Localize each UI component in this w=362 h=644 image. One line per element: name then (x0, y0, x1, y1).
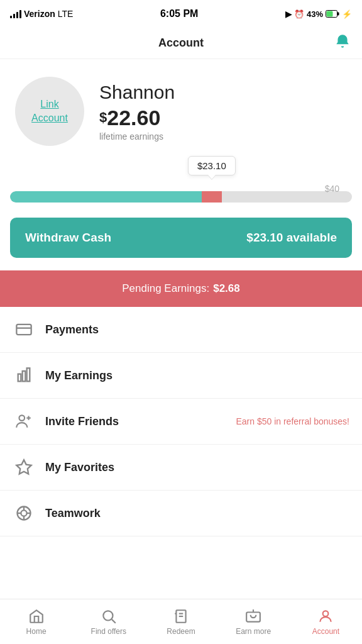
progress-bar-green (10, 191, 202, 203)
lifetime-label: lifetime earnings (99, 131, 175, 142)
status-left: Verizon LTE (10, 9, 73, 19)
nav-account-label: Account (312, 627, 339, 636)
profile-section: Link Account Shannon $22.60 lifetime ear… (0, 59, 362, 156)
progress-bar-container (10, 191, 352, 203)
home-icon (28, 608, 45, 625)
menu-item-payments[interactable]: Payments (0, 307, 362, 353)
svg-point-8 (19, 415, 25, 421)
nav-account[interactable]: Account (290, 599, 362, 644)
menu-list: Payments My Earnings Invite Friends Earn… (0, 307, 362, 536)
lifetime-amount: $22.60 (99, 106, 175, 130)
pending-earnings-bar: Pending Earnings: $2.68 (0, 270, 362, 307)
svg-marker-11 (16, 460, 31, 474)
svg-rect-3 (16, 325, 31, 335)
charging-icon: ⚡ (342, 9, 352, 19)
alarm-icon: ⏰ (294, 9, 304, 19)
nav-find-offers-label: Find offers (91, 627, 126, 636)
svg-point-18 (103, 611, 112, 620)
link-account-button[interactable]: Link Account (31, 97, 68, 126)
menu-item-my-favorites[interactable]: My Favorites (0, 445, 362, 491)
bar-chart-icon (13, 364, 35, 387)
pending-amount: $2.68 (213, 282, 240, 295)
nav-redeem[interactable]: Redeem (145, 599, 217, 644)
nav-home[interactable]: Home (0, 599, 72, 644)
status-bar: Verizon LTE 6:05 PM ▶ ⏰ 43% ⚡ (0, 0, 362, 28)
profile-name: Shannon (99, 82, 175, 103)
progress-max-label: $40 (325, 184, 339, 194)
avatar-circle[interactable]: Link Account (15, 77, 84, 146)
svg-rect-1 (337, 13, 339, 16)
network-label: LTE (58, 9, 74, 19)
carrier-label: Verizon (24, 9, 55, 19)
bell-button[interactable] (334, 33, 351, 53)
svg-line-19 (112, 619, 116, 623)
withdraw-button[interactable]: Withdraw Cash $23.10 available (10, 218, 352, 258)
location-icon: ▶ (285, 9, 292, 19)
nav-home-label: Home (26, 627, 47, 636)
card-icon (13, 318, 35, 341)
teamwork-label: Teamwork (45, 507, 349, 520)
menu-item-teamwork[interactable]: Teamwork (0, 491, 362, 536)
signal-bars (10, 10, 21, 18)
bottom-nav: Home Find offers Redeem Earn more Accou (0, 599, 362, 644)
dollar-sign: $ (99, 109, 107, 126)
svg-rect-7 (27, 368, 30, 381)
my-favorites-label: My Favorites (45, 461, 349, 474)
invite-friends-label: Invite Friends (45, 415, 236, 428)
battery-icon (326, 10, 339, 18)
status-time: 6:05 PM (160, 8, 198, 19)
profile-info: Shannon $22.60 lifetime earnings (99, 77, 175, 142)
progress-section: $23.10 $40 (0, 156, 362, 213)
battery-label: 43% (307, 9, 323, 19)
nav-earn-more-label: Earn more (236, 627, 271, 636)
app-header: Account (0, 28, 362, 59)
star-icon (13, 456, 35, 479)
search-icon (101, 608, 117, 625)
nav-earn-more[interactable]: Earn more (217, 599, 290, 644)
redeem-icon (173, 608, 189, 625)
svg-point-13 (21, 510, 26, 516)
earn-icon (245, 608, 261, 625)
svg-point-26 (323, 611, 329, 616)
progress-bar-red (202, 191, 222, 203)
progress-tooltip: $23.10 (188, 156, 236, 175)
page-title: Account (158, 36, 204, 50)
svg-rect-6 (23, 371, 26, 381)
withdraw-amount: $23.10 available (246, 231, 337, 245)
status-right: ▶ ⏰ 43% ⚡ (285, 9, 352, 19)
svg-rect-2 (327, 11, 333, 17)
account-icon (317, 608, 334, 625)
people-icon (13, 410, 35, 433)
payments-label: Payments (45, 323, 349, 336)
nav-redeem-label: Redeem (167, 627, 195, 636)
withdraw-label: Withdraw Cash (25, 231, 111, 245)
nav-find-offers[interactable]: Find offers (72, 599, 145, 644)
svg-rect-5 (18, 374, 21, 382)
invite-friends-sub: Earn $50 in referral bonuses! (236, 416, 349, 426)
my-earnings-label: My Earnings (45, 369, 349, 382)
progress-bar-fill (10, 191, 352, 203)
menu-item-my-earnings[interactable]: My Earnings (0, 353, 362, 399)
menu-item-invite-friends[interactable]: Invite Friends Earn $50 in referral bonu… (0, 399, 362, 445)
badge-icon (13, 502, 35, 525)
pending-label: Pending Earnings: (122, 282, 209, 295)
